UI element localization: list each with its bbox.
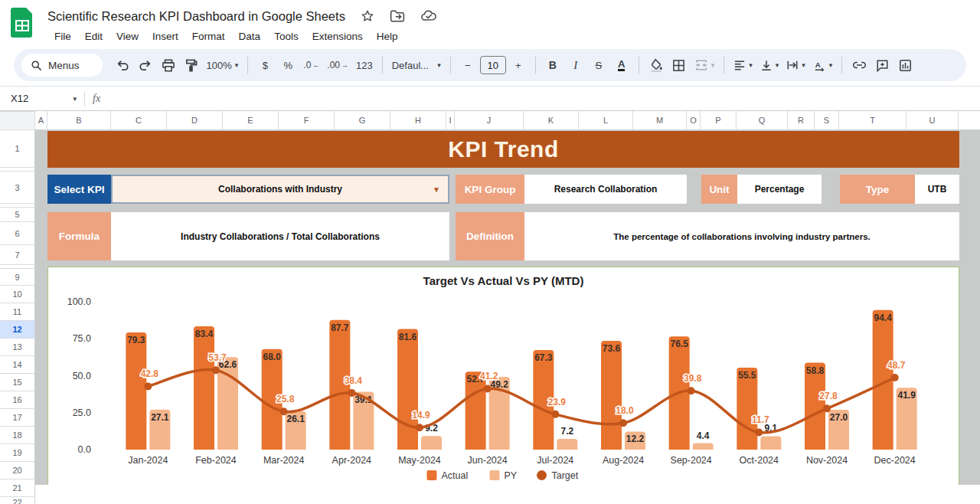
column-header-L[interactable]: L	[579, 111, 633, 130]
text-rotation-button[interactable]: A▾	[810, 54, 836, 76]
x-tick: Dec-2024	[874, 455, 916, 466]
column-header-K[interactable]: K	[524, 111, 579, 130]
column-header-S[interactable]: S	[815, 111, 839, 130]
decrease-font-size-button[interactable]: −	[457, 54, 479, 76]
sheet-canvas[interactable]: KPI Trend Select KPI Collaborations with…	[35, 130, 980, 485]
star-icon[interactable]	[361, 9, 374, 23]
target-label: 14.9	[412, 410, 430, 421]
row-header-22[interactable]: 22	[0, 497, 35, 504]
kpi-trend-chart[interactable]: Target Vs Actual Vs PY (MTD)0.025.050.07…	[47, 267, 959, 485]
row-header-3[interactable]: 3	[0, 172, 35, 204]
unit-label: Unit	[701, 175, 737, 204]
menu-extensions[interactable]: Extensions	[305, 28, 370, 44]
menu-view[interactable]: View	[109, 28, 145, 44]
increase-font-size-button[interactable]: +	[508, 54, 529, 76]
column-header-C[interactable]: C	[111, 111, 167, 130]
column-header-U[interactable]: U	[906, 111, 959, 130]
format-currency-button[interactable]: $	[254, 54, 276, 76]
menus-search[interactable]: Menus	[21, 54, 103, 77]
column-header-G[interactable]: G	[335, 111, 390, 130]
column-header-F[interactable]: F	[279, 111, 335, 130]
text-color-button[interactable]: A	[611, 54, 632, 76]
print-button[interactable]	[158, 54, 179, 76]
formula-input[interactable]	[100, 87, 980, 110]
move-folder-icon[interactable]	[390, 9, 405, 23]
column-header-Q[interactable]: Q	[737, 111, 788, 130]
row-header-20[interactable]: 20	[0, 462, 35, 479]
column-header-H[interactable]: H	[390, 111, 446, 130]
menu-data[interactable]: Data	[232, 28, 268, 44]
search-icon	[31, 60, 42, 71]
menu-edit[interactable]: Edit	[78, 28, 109, 44]
row-header-6[interactable]: 6	[0, 222, 35, 245]
row-header-15[interactable]: 15	[0, 374, 35, 391]
kpi-select-dropdown[interactable]: Collaborations with Industry ▼	[111, 175, 449, 204]
row-header-14[interactable]: 14	[0, 356, 35, 374]
column-header-T[interactable]: T	[839, 111, 906, 130]
column-header-M[interactable]: M	[633, 111, 687, 130]
name-box[interactable]: X12 ▾	[11, 93, 77, 104]
column-header-O[interactable]: O	[687, 111, 701, 130]
row-header-7[interactable]: 7	[0, 245, 35, 265]
column-header-P[interactable]: P	[701, 111, 737, 130]
google-sheets-logo[interactable]	[11, 8, 34, 38]
row-header-12[interactable]: 12	[0, 321, 35, 339]
menu-help[interactable]: Help	[370, 28, 405, 44]
text-wrap-button[interactable]: ▾	[783, 54, 808, 76]
row-header-21[interactable]: 21	[0, 479, 35, 497]
row-header-17[interactable]: 17	[0, 409, 35, 427]
menu-file[interactable]: File	[47, 28, 78, 44]
row-header-13[interactable]: 13	[0, 339, 35, 356]
horizontal-align-button[interactable]: ▾	[730, 54, 756, 76]
borders-button[interactable]	[668, 54, 690, 76]
menu-tools[interactable]: Tools	[267, 28, 305, 44]
undo-button[interactable]	[112, 54, 133, 76]
decrease-decimal-button[interactable]: .0←	[300, 54, 322, 76]
insert-link-button[interactable]	[848, 54, 870, 76]
row-header-1[interactable]: 1	[0, 130, 35, 168]
column-header-B[interactable]: B	[47, 111, 111, 130]
target-dot	[823, 404, 831, 412]
py-label: 41.9	[897, 390, 916, 401]
vertical-align-button[interactable]: ▾	[757, 54, 782, 76]
chevron-down-icon: ▾	[73, 95, 77, 103]
column-header-R[interactable]: R	[788, 111, 815, 130]
column-header-D[interactable]: D	[167, 111, 223, 130]
py-label: 7.2	[560, 426, 573, 437]
row-header-5[interactable]: 5	[0, 208, 35, 222]
row-header-11[interactable]: 11	[0, 303, 35, 321]
menu-insert[interactable]: Insert	[145, 28, 185, 44]
increase-decimal-button[interactable]: .00→	[324, 54, 351, 76]
row-header-9[interactable]: 9	[0, 269, 35, 286]
column-header-A[interactable]: A	[35, 111, 47, 130]
actual-label: 79.3	[127, 335, 145, 345]
fill-color-button[interactable]	[645, 54, 667, 76]
menu-format[interactable]: Format	[185, 28, 232, 44]
row-header-19[interactable]: 19	[0, 444, 35, 462]
kpi-group-value: Research Collaboration	[524, 175, 687, 204]
italic-button[interactable]: I	[565, 54, 586, 76]
column-header-E[interactable]: E	[223, 111, 279, 130]
insert-comment-button[interactable]	[871, 54, 893, 76]
font-size-input[interactable]: 10	[480, 56, 506, 74]
column-header-I[interactable]: I	[446, 111, 455, 130]
merge-cells-button[interactable]: ▾	[691, 54, 718, 76]
row-header-18[interactable]: 18	[0, 427, 35, 444]
bold-button[interactable]: B	[542, 54, 564, 76]
paint-format-button[interactable]	[181, 54, 202, 76]
font-select[interactable]: Defaul...▾	[389, 54, 444, 76]
format-percent-button[interactable]: %	[277, 54, 299, 76]
insert-chart-button[interactable]	[894, 54, 916, 76]
row-header-10[interactable]: 10	[0, 286, 35, 303]
redo-button[interactable]	[135, 54, 156, 76]
more-formats-button[interactable]: 123	[353, 54, 376, 76]
link-icon	[852, 61, 867, 70]
target-dot	[619, 419, 627, 427]
zoom-select[interactable]: 100%▾	[204, 54, 242, 76]
strikethrough-button[interactable]: S	[588, 54, 609, 76]
column-header-J[interactable]: J	[455, 111, 524, 130]
cloud-saved-icon[interactable]	[420, 9, 437, 23]
document-title[interactable]: Scientific Research KPI Dashboard in Goo…	[47, 9, 345, 24]
select-all-corner[interactable]	[0, 111, 35, 130]
row-header-16[interactable]: 16	[0, 391, 35, 409]
